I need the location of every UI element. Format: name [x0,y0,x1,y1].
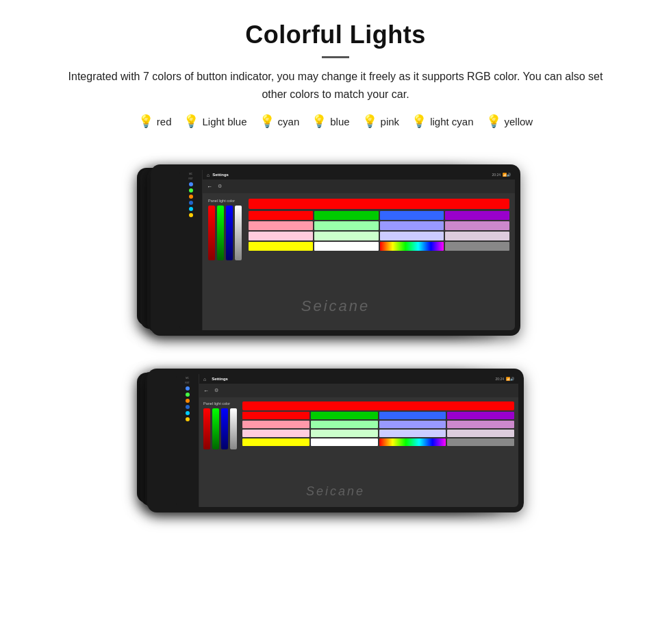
device-group-bottom: MC RST ⌂ Setti... ← [27,355,644,512]
device-group-top: MC RST ⌂ [27,144,644,336]
cg-14 [380,242,444,251]
screen-main-4: ⌂ Settings 20:24 📶🔊 ← ⚙ [203,170,515,330]
back-b4: ← [203,388,209,394]
home-icon-4: ⌂ [207,173,210,177]
device-bot-4: MC RST ⌂ Settings [147,369,524,512]
cg-b4-11 [447,430,514,437]
full-red-bar [249,199,509,209]
set-icon-b4: ⚙ [214,388,218,393]
color-label-lightblue: Light blue [202,116,246,127]
mic-label-4: MC [189,173,192,175]
color-label-red: red [157,116,172,127]
yellow-bulb-icon: 💡 [486,115,501,127]
dot3-b4 [186,399,190,403]
content-area-4: Panel light color [203,193,515,330]
cg-b4-7 [447,421,514,428]
dot-blue2-4 [189,201,193,205]
cg-8 [249,232,313,240]
cg-b4-12 [242,438,309,446]
screen-4: MC RST ⌂ Settings [179,170,515,330]
side-buttons-4: MC RST [179,170,203,330]
panel-label-4: Panel light color [208,199,242,203]
cg-b4-2 [379,412,446,419]
icons-b4: 📶🔊 [506,377,514,381]
color-grid-4 [249,211,509,251]
screen-b4: MC RST ⌂ Settings [176,374,518,507]
color-legend: 💡 red 💡 Light blue 💡 cyan 💡 blue 💡 pink … [27,115,644,127]
dot5-b4 [186,411,190,415]
back-arrow-4: ← [207,184,212,190]
color-label-cyan: cyan [278,116,300,127]
home-b4: ⌂ [203,377,206,382]
lightcyan-bulb-icon: 💡 [412,115,427,127]
color-label-lightcyan: light cyan [430,116,473,127]
dot-blue-4 [189,182,193,186]
bar-white-4 [235,206,242,260]
dot6-b4 [186,417,190,421]
dot-green-4 [189,188,193,193]
rst-b4: RST [186,382,190,384]
left-content-b4: Panel light color [203,401,237,449]
nav-title-4: Settings [212,173,229,177]
bar-white-b4 [230,408,237,449]
pink-bulb-icon: 💡 [362,115,377,127]
cg-b4-15 [447,438,514,446]
cg-1 [314,211,379,220]
cg-13 [314,242,379,251]
status-left-4: ⌂ Settings [207,173,229,177]
status-left-b4: ⌂ Settings [203,377,228,382]
panel-label-b4: Panel light color [203,401,237,406]
cg-7 [445,221,509,230]
cg-11 [445,232,509,240]
nav-b4: ← ⚙ [199,384,518,397]
status-right-b4: 20:24 📶🔊 [495,377,514,381]
side-buttons-b4: MC RST [176,374,199,507]
cg-b4-9 [311,430,378,437]
lightblue-bulb-icon: 💡 [183,115,199,127]
left-content-4: Panel light color [208,199,242,260]
blue-bulb-icon: 💡 [312,115,327,127]
cg-6 [380,221,444,230]
screen-main-b4: ⌂ Settings 20:24 📶🔊 ← ⚙ [199,374,518,507]
color-item-red: 💡 red [138,115,172,127]
color-label-pink: pink [381,116,400,127]
dot-cyan-4 [189,207,193,211]
dot-orange-4 [189,195,193,199]
color-item-blue: 💡 blue [312,115,349,127]
bar-green-b4 [212,408,219,449]
color-item-yellow: 💡 yellow [486,115,533,127]
title-section: Colorful Lights Integrated with 7 colors… [27,21,644,103]
color-bars-4 [208,206,242,260]
content-b4: Panel light color [199,397,518,507]
dot-yellow-4 [189,213,193,217]
cg-4 [249,221,313,230]
status-bar-b4: ⌂ Settings 20:24 📶🔊 [199,374,518,384]
cg-b4-8 [242,430,309,437]
cg-b4-6 [379,421,446,428]
nav-area-4: ← ⚙ [203,179,515,193]
cg-b4-14 [379,438,446,446]
title-divider [322,56,349,58]
color-label-blue: blue [330,116,349,127]
cg-9 [314,232,379,240]
mc-b4: MC [186,377,189,380]
red-bulb-icon: 💡 [138,115,153,127]
page-wrapper: Colorful Lights Integrated with 7 colors… [0,0,671,526]
cg-5 [314,221,379,230]
color-grid-b4 [242,412,514,446]
color-item-lightcyan: 💡 light cyan [412,115,473,127]
status-bar-4: ⌂ Settings 20:24 📶🔊 [203,170,515,179]
color-item-cyan: 💡 cyan [259,115,300,127]
full-red-bar-b4 [242,401,514,410]
description-text: Integrated with 7 colors of button indic… [55,68,616,103]
icons-4: 📶🔊 [503,173,511,177]
color-label-yellow: yellow [505,116,533,127]
cg-10 [380,232,444,240]
dot4-b4 [186,405,190,409]
cg-15 [445,242,509,251]
nav-title-b4: Settings [212,377,228,381]
cg-b4-4 [242,421,309,428]
bar-blue-b4 [221,408,228,449]
dot2-b4 [186,393,190,397]
status-right-4: 20:24 📶🔊 [492,173,511,177]
